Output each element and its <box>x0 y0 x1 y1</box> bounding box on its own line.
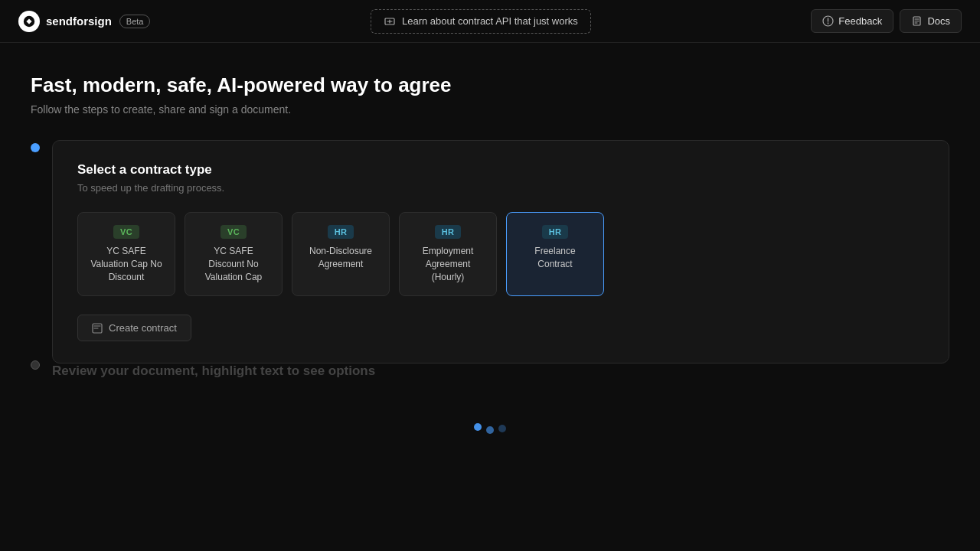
review-title: Review your document, highlight text to … <box>52 364 949 379</box>
logo-icon <box>18 11 40 32</box>
step2-content: Review your document, highlight text to … <box>52 364 949 379</box>
beta-badge: Beta <box>119 15 151 28</box>
step1-indicator <box>31 140 40 158</box>
contract-name-2: YC SAFE Discount No Valuation Cap <box>196 245 271 283</box>
badge-hr-3: HR <box>328 225 354 239</box>
logo-text: sendforsign <box>46 15 112 28</box>
contract-name-3: Non-Disclosure Agreement <box>303 245 378 271</box>
contract-card-yc-safe-discount[interactable]: VC YC SAFE Discount No Valuation Cap <box>185 212 283 296</box>
contract-card-yc-safe-vc[interactable]: VC YC SAFE Valuation Cap No Discount <box>77 212 175 296</box>
api-banner-text: Learn about contract API that just works <box>402 15 578 27</box>
step1-panel: Select a contract type To speed up the d… <box>52 140 949 364</box>
feedback-button[interactable]: Feedback <box>811 9 893 33</box>
contract-card-freelance[interactable]: HR Freelance Contract <box>506 212 604 296</box>
loading-dot-2 <box>486 426 494 434</box>
loading-dot-3 <box>498 425 506 432</box>
api-banner-button[interactable]: Learn about contract API that just works <box>371 9 591 34</box>
contract-name-1: YC SAFE Valuation Cap No Discount <box>89 245 164 283</box>
step1-content: Select a contract type To speed up the d… <box>52 140 949 364</box>
contract-name-4: Employment Agreement (Hourly) <box>410 245 485 283</box>
header-center: Learn about contract API that just works <box>371 9 591 34</box>
step1-title: Select a contract type <box>77 162 924 178</box>
contract-name-5: Freelance Contract <box>518 245 593 271</box>
loading-dot-1 <box>474 423 482 431</box>
create-contract-label: Create contract <box>109 322 177 334</box>
badge-vc-1: VC <box>113 225 139 239</box>
contract-card-nda[interactable]: HR Non-Disclosure Agreement <box>292 212 390 296</box>
step1-subtitle: To speed up the drafting process. <box>77 182 924 194</box>
api-icon <box>384 15 396 28</box>
badge-hr-5: HR <box>542 225 569 239</box>
badge-vc-2: VC <box>220 225 247 239</box>
loading-indicator <box>31 425 949 432</box>
docs-icon <box>911 15 923 27</box>
page-title: Fast, modern, safe, AI-powered way to ag… <box>31 73 949 97</box>
docs-button[interactable]: Docs <box>900 9 962 33</box>
contract-cards-container: VC YC SAFE Valuation Cap No Discount VC … <box>77 212 924 296</box>
step2-dot <box>31 360 40 370</box>
step1-dot <box>31 143 40 152</box>
step1-row: Select a contract type To speed up the d… <box>31 140 949 364</box>
feedback-label: Feedback <box>838 15 882 27</box>
header-left: sendforsign Beta <box>18 11 150 32</box>
create-contract-button[interactable]: Create contract <box>77 315 191 341</box>
logo: sendforsign <box>18 11 112 32</box>
feedback-icon <box>822 15 834 27</box>
page-subtitle: Follow the steps to create, share and si… <box>31 103 949 116</box>
step2-row: Review your document, highlight text to … <box>31 364 949 379</box>
header: sendforsign Beta Learn about contract AP… <box>0 0 980 43</box>
header-right: Feedback Docs <box>811 9 962 33</box>
create-contract-icon <box>92 323 103 334</box>
docs-label: Docs <box>927 15 950 27</box>
contract-card-employment[interactable]: HR Employment Agreement (Hourly) <box>399 212 497 296</box>
step2-indicator <box>31 360 40 370</box>
badge-hr-4: HR <box>435 225 462 239</box>
main-content: Fast, modern, safe, AI-powered way to ag… <box>0 43 980 448</box>
steps-layout: Select a contract type To speed up the d… <box>31 140 949 379</box>
